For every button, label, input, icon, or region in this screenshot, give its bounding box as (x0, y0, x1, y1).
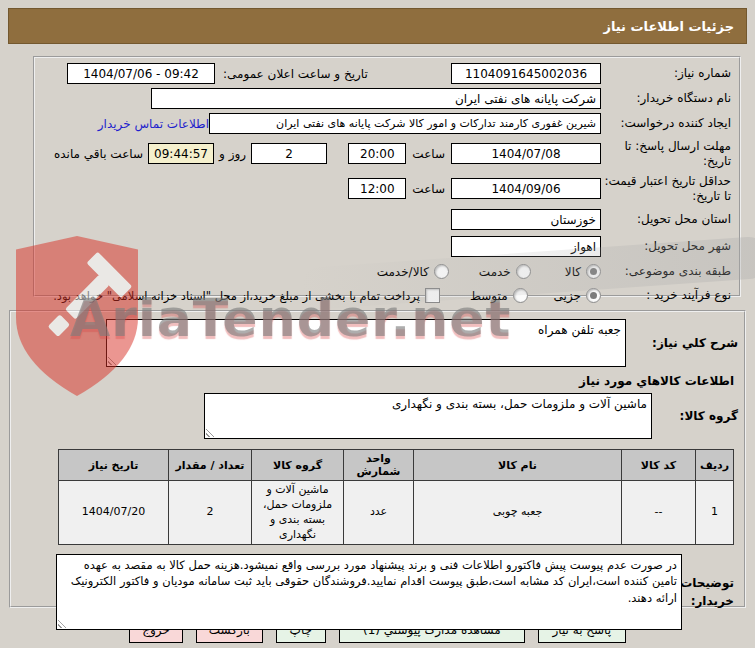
col-quantity: تعداد / مقدار (169, 450, 252, 481)
category-label: طبقه بندی موضوعی: (601, 264, 731, 279)
col-item-code: کد کالا (622, 450, 696, 481)
goods-group-label: گروه کالا: (652, 409, 738, 424)
cell-row-number: 1 (696, 481, 734, 545)
remaining-days-field[interactable]: 2 (251, 143, 327, 164)
process-type-option-medium[interactable]: متوسط (470, 288, 528, 303)
reply-deadline-label: مهلت ارسال پاسخ: تا تاریخ: (601, 139, 731, 169)
buyer-notes-label: توضیحات خریدار: (682, 554, 734, 610)
col-item-name: نام کالا (414, 450, 622, 481)
announce-datetime-field[interactable]: 1404/07/06 - 09:42 (67, 63, 215, 84)
price-validity-time-field[interactable]: 12:00 (348, 178, 406, 199)
col-need-date: تاریخ نیاز (59, 450, 169, 481)
reply-deadline-time-label: ساعت (412, 147, 445, 161)
process-type-label: نوع فرآیند خرید : (601, 288, 731, 303)
buyer-notes-row: توضیحات خریدار: در صورت عدم پیوست پیش فا… (17, 554, 738, 630)
goods-group-textarea[interactable]: ماشین آلات و ملزومات حمل، بسته بندی و نگ… (204, 393, 652, 439)
province-field[interactable]: خوزستان (451, 209, 601, 230)
request-creator-label: ایجاد کننده درخواست: (601, 116, 731, 131)
col-item-group: گروه کالا (252, 450, 344, 481)
reply-deadline-time-field[interactable]: 20:00 (348, 143, 406, 164)
need-description-textarea[interactable]: جعبه تلفن همراه (106, 319, 626, 367)
cell-unit: عدد (344, 481, 414, 545)
page-title: جزئیات اطلاعات نیاز (603, 19, 734, 34)
reply-deadline-date-field[interactable]: 1404/07/08 (451, 143, 601, 164)
checkbox-icon[interactable] (425, 288, 440, 303)
treasury-docs-checkbox-label: پرداخت تمام یا بخشی از مبلغ خرید،از محل … (53, 289, 420, 303)
need-info-form: شماره نیاز: 1104091645002036 تاریخ و ساع… (33, 56, 741, 297)
buyer-org-field[interactable]: شرکت پایانه های نفتی ایران (151, 88, 601, 109)
treasury-docs-checkbox-group[interactable]: پرداخت تمام یا بخشی از مبلغ خرید،از محل … (53, 288, 440, 303)
remaining-days-label: روز و (219, 147, 246, 161)
remaining-suffix-label: ساعت باقي مانده (54, 147, 143, 161)
province-label: استان محل تحویل: (601, 212, 731, 227)
goods-group-row: گروه کالا: ماشین آلات و ملزومات حمل، بست… (17, 393, 738, 439)
resize-grip-icon[interactable] (108, 356, 117, 365)
announce-group: تاریخ و ساعت اعلان عمومی: 1404/07/06 - 0… (67, 63, 368, 84)
city-field[interactable]: اهواز (451, 236, 601, 257)
process-type-option-medium-label: متوسط (470, 289, 508, 303)
radio-icon[interactable] (513, 288, 528, 303)
resize-grip-icon[interactable] (206, 428, 215, 437)
page-title-bar: جزئیات اطلاعات نیاز (8, 8, 747, 44)
price-validity-date-field[interactable]: 1404/09/06 (451, 178, 601, 199)
radio-icon[interactable] (434, 264, 449, 279)
city-row: شهر محل تحویل: اهواز (43, 233, 731, 260)
process-type-option-minor-label: جزیی (554, 289, 581, 303)
cell-item-group: ماشین آلات و ملزومات حمل، بسته بندی و نگ… (252, 481, 344, 545)
price-validity-time-label: ساعت (412, 182, 445, 196)
radio-icon[interactable] (586, 288, 601, 303)
items-section-heading: اطلاعات کالاهاي مورد نیاز (21, 374, 734, 388)
buyer-org-row: نام دستگاه خریدار: شرکت پایانه های نفتی … (43, 86, 731, 111)
cell-need-date: 1404/07/20 (59, 481, 169, 545)
price-validity-label: حداقل تاریخ اعتبار قیمت: تا تاریخ: (601, 174, 731, 204)
items-table: ردیف کد کالا نام کالا واحد شمارش گروه کا… (58, 449, 734, 545)
province-row: استان محل تحویل: خوزستان (43, 206, 731, 233)
need-content-section: شرح کلي نیاز: جعبه تلفن همراه اطلاعات کا… (9, 310, 746, 608)
need-number-label: شماره نیاز: (601, 66, 731, 81)
reply-deadline-row: مهلت ارسال پاسخ: تا تاریخ: 1404/07/08 سا… (43, 136, 731, 171)
radio-icon[interactable] (586, 264, 601, 279)
city-label: شهر محل تحویل: (601, 239, 731, 254)
category-option-goods-service-label: کالا/خدمت (377, 265, 429, 279)
radio-icon[interactable] (516, 264, 531, 279)
need-number-field[interactable]: 1104091645002036 (451, 63, 601, 84)
announce-label: تاریخ و ساعت اعلان عمومی: (223, 67, 368, 81)
process-type-option-minor[interactable]: جزیی (554, 288, 601, 303)
cell-item-code: -- (622, 481, 696, 545)
category-row: طبقه بندی موضوعی: کالا خدمت کالا/خدمت (43, 260, 731, 283)
col-unit: واحد شمارش (344, 450, 414, 481)
need-number-row: شماره نیاز: 1104091645002036 تاریخ و ساع… (43, 61, 731, 86)
resize-grip-icon[interactable] (58, 619, 67, 628)
cell-item-name: جعبه چوبی (414, 481, 622, 545)
remaining-countdown-field: 09:44:57 (148, 143, 214, 164)
col-row-number: ردیف (696, 450, 734, 481)
request-creator-field[interactable]: شیرین غفوری کارمند تدارکات و امور کالا ش… (209, 113, 601, 134)
items-table-row: 1 -- جعبه چوبی عدد ماشین آلات و ملزومات … (59, 481, 734, 545)
buyer-notes-textarea[interactable]: در صورت عدم پیوست پیش فاکتورو اطلاعات فن… (56, 554, 682, 630)
category-option-service[interactable]: خدمت (479, 264, 531, 279)
category-option-goods-label: کالا (565, 265, 581, 279)
remaining-time-group: 2 روز و 09:44:57 ساعت باقي مانده (54, 143, 327, 164)
cell-quantity: 2 (169, 481, 252, 545)
price-validity-row: حداقل تاریخ اعتبار قیمت: تا تاریخ: 1404/… (43, 171, 731, 206)
request-creator-row: ایجاد کننده درخواست: شیرین غفوری کارمند … (43, 111, 731, 136)
category-option-goods-service[interactable]: کالا/خدمت (377, 264, 449, 279)
category-option-goods[interactable]: کالا (565, 264, 601, 279)
category-option-service-label: خدمت (479, 265, 511, 279)
need-description-row: شرح کلي نیاز: جعبه تلفن همراه (17, 319, 738, 367)
buyer-contact-link[interactable]: اطلاعات تماس خریدار (98, 117, 209, 131)
need-description-label: شرح کلي نیاز: (626, 336, 738, 351)
process-type-row: نوع فرآیند خرید : جزیی متوسط پرداخت تمام… (43, 283, 731, 308)
items-table-header-row: ردیف کد کالا نام کالا واحد شمارش گروه کا… (59, 450, 734, 481)
buyer-org-label: نام دستگاه خریدار: (601, 91, 731, 106)
